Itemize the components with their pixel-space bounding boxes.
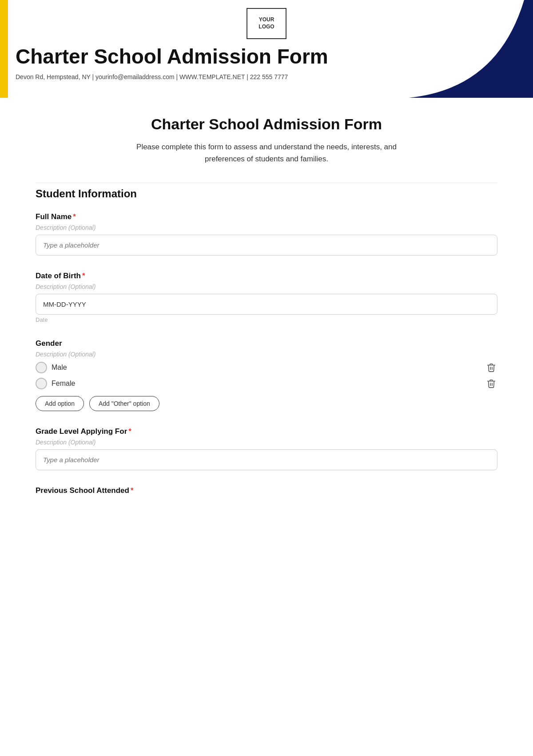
field-previous-school: Previous School Attended*: [36, 486, 497, 495]
radio-label-male: Male: [52, 364, 67, 372]
field-date-of-birth: Date of Birth* Description (Optional) Da…: [36, 272, 497, 323]
field-full-name: Full Name* Description (Optional): [36, 212, 497, 256]
header-contact: Devon Rd, Hempstead, NY | yourinfo@email…: [16, 73, 288, 80]
add-option-row: Add option Add "Other" option: [36, 396, 497, 411]
field-label-full-name: Full Name*: [36, 212, 497, 221]
field-grade-level: Grade Level Applying For* Description (O…: [36, 427, 497, 470]
field-label-grade: Grade Level Applying For*: [36, 427, 497, 436]
main-content: Charter School Admission Form Please com…: [0, 98, 533, 538]
header-title: Charter School Admission Form: [16, 44, 328, 68]
radio-label-female: Female: [52, 380, 75, 388]
grade-level-input[interactable]: [36, 449, 497, 470]
radio-option-male: Male: [36, 361, 497, 374]
delete-male-icon[interactable]: [485, 361, 497, 374]
radio-option-female: Female: [36, 377, 497, 390]
section-title: Student Information: [36, 183, 497, 200]
delete-female-icon[interactable]: [485, 377, 497, 390]
field-desc-grade: Description (Optional): [36, 439, 497, 446]
field-label-gender: Gender: [36, 339, 497, 348]
header: YOURLOGO Charter School Admission Form D…: [0, 0, 533, 98]
field-desc-gender: Description (Optional): [36, 351, 497, 358]
radio-circle-male[interactable]: [36, 362, 47, 373]
form-title: Charter School Admission Form: [36, 116, 497, 133]
yellow-bar: [0, 0, 8, 98]
field-label-dob: Date of Birth*: [36, 272, 497, 280]
field-desc-full-name: Description (Optional): [36, 224, 497, 231]
radio-circle-female[interactable]: [36, 378, 47, 389]
add-other-option-button[interactable]: Add "Other" option: [89, 396, 159, 411]
gender-radio-group: Male Female: [36, 361, 497, 390]
dob-input[interactable]: [36, 294, 497, 315]
field-gender: Gender Description (Optional) Male: [36, 339, 497, 411]
field-label-prev-school: Previous School Attended*: [36, 486, 497, 495]
logo: YOURLOGO: [247, 8, 286, 39]
field-hint-dob: Date: [36, 316, 497, 323]
navy-curve: [409, 0, 533, 98]
full-name-input[interactable]: [36, 235, 497, 256]
form-subtitle: Please complete this form to assess and …: [36, 141, 497, 165]
field-desc-dob: Description (Optional): [36, 283, 497, 290]
add-option-button[interactable]: Add option: [36, 396, 84, 411]
